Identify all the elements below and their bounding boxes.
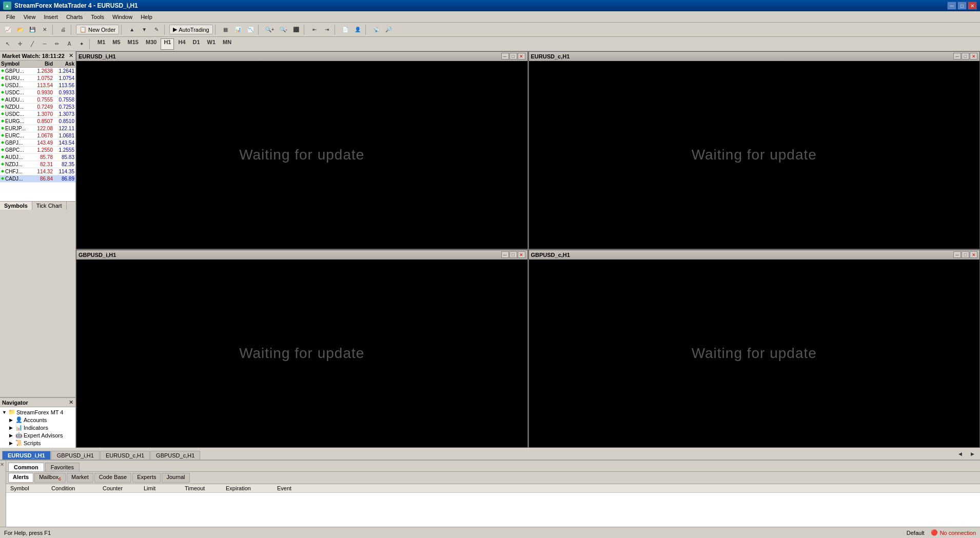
tf-m15[interactable]: M15 xyxy=(125,38,142,50)
market-watch-close-btn[interactable]: ✕ xyxy=(69,52,73,59)
chart-close-btn-4[interactable]: ✕ xyxy=(970,251,977,258)
chart-close-btn-3[interactable]: ✕ xyxy=(518,251,525,258)
chart-minimize-btn-4[interactable]: ─ xyxy=(953,251,961,258)
menu-insert[interactable]: Insert xyxy=(40,13,62,21)
list-item[interactable]: ◆USDC...0.99300.9933 xyxy=(0,89,75,96)
list-item[interactable]: ◆CHFJ...114.32114.35 xyxy=(0,168,75,175)
chart-restore-btn-1[interactable]: □ xyxy=(509,53,517,59)
menu-window[interactable]: Window xyxy=(108,13,136,21)
menu-charts[interactable]: Charts xyxy=(62,13,87,21)
menu-tools[interactable]: Tools xyxy=(87,13,108,21)
nav-item-accounts[interactable]: ▶ 👤 Accounts xyxy=(8,416,74,424)
tf-mn[interactable]: MN xyxy=(220,38,234,50)
chart-tab-gbpusd-c[interactable]: GBPUSD_c,H1 xyxy=(150,451,200,460)
chart-minimize-btn-2[interactable]: ─ xyxy=(953,53,961,59)
tf-w1[interactable]: W1 xyxy=(204,38,219,50)
chart-close-btn-2[interactable]: ✕ xyxy=(970,53,977,59)
tabs-scroll-left[interactable]: ◀ xyxy=(954,448,966,460)
tf-h1[interactable]: H1 xyxy=(161,38,174,50)
minimize-button[interactable]: ─ xyxy=(947,2,956,10)
chart-line-btn[interactable]: 📉 xyxy=(245,24,256,35)
maximize-button[interactable]: □ xyxy=(957,2,967,10)
list-item[interactable]: ◆AUDJ...85.7885.83 xyxy=(0,154,75,161)
new-chart-btn[interactable]: 📈 xyxy=(2,24,13,35)
close-button[interactable]: ✕ xyxy=(968,2,977,10)
content-tab-mailbox[interactable]: Mailbox6 xyxy=(34,473,66,483)
line-btn[interactable]: ╱ xyxy=(27,38,38,50)
list-item[interactable]: ◆NZDU...0.72490.7253 xyxy=(0,104,75,111)
tf-m30[interactable]: M30 xyxy=(143,38,160,50)
save-btn[interactable]: 💾 xyxy=(27,24,38,35)
tab-tick-chart[interactable]: Tick Chart xyxy=(32,202,67,210)
chart-minimize-btn-1[interactable]: ─ xyxy=(501,53,509,59)
chart-tab-eurusd-c[interactable]: EURUSD_c,H1 xyxy=(100,451,150,460)
terminal-x-btn[interactable]: ✕ xyxy=(0,462,4,467)
new-order-btn[interactable]: 📋 New Order xyxy=(76,25,119,34)
list-item[interactable]: ◆EURG...0.85070.8510 xyxy=(0,118,75,125)
chart-minimize-btn-3[interactable]: ─ xyxy=(501,251,509,258)
market-watch-toggle-btn[interactable]: 📡 xyxy=(370,24,382,35)
tab-symbols[interactable]: Symbols xyxy=(0,202,32,210)
zoom-out-btn[interactable]: 🔍- xyxy=(278,24,289,35)
text-btn[interactable]: A xyxy=(64,38,75,50)
draw-btn[interactable]: ✏ xyxy=(51,38,63,50)
nav-item-indicators[interactable]: ▶ 📊 Indicators xyxy=(8,424,74,431)
hline-btn[interactable]: ─ xyxy=(39,38,50,50)
open-btn[interactable]: 📂 xyxy=(14,24,26,35)
close-chart-btn[interactable]: ✕ xyxy=(39,24,50,35)
navigator-close-btn[interactable]: ✕ xyxy=(69,399,73,406)
content-tab-market[interactable]: Market xyxy=(67,473,93,483)
chart-bar-btn[interactable]: ▦ xyxy=(220,24,231,35)
chart-close-btn-1[interactable]: ✕ xyxy=(518,53,525,59)
nav-item-scripts[interactable]: ▶ 📜 Scripts xyxy=(8,439,74,447)
list-item[interactable]: ◆CADJ...86.8486.89 xyxy=(0,175,75,183)
tf-d1[interactable]: D1 xyxy=(190,38,203,50)
nav-item-root[interactable]: ▼ 📁 StreamForex MT 4 xyxy=(1,408,74,416)
print-btn[interactable]: 🖨 xyxy=(57,24,69,35)
chart-restore-btn-3[interactable]: □ xyxy=(509,251,517,258)
sell-btn[interactable]: ▼ xyxy=(139,24,150,35)
crosshair-btn[interactable]: ✛ xyxy=(14,38,26,50)
cursor-btn[interactable]: ↖ xyxy=(2,38,13,50)
content-tab-codebase[interactable]: Code Base xyxy=(94,473,131,483)
autotrading-btn[interactable]: ▶ AutoTrading xyxy=(169,25,213,34)
list-item[interactable]: ◆USDC...1.30701.3073 xyxy=(0,111,75,118)
period-sep-btn[interactable]: ⇤ xyxy=(309,24,320,35)
chart-restore-btn-4[interactable]: □ xyxy=(962,251,969,258)
zoom-in-btn[interactable]: 🔍+ xyxy=(263,24,277,35)
tf-h4[interactable]: H4 xyxy=(175,38,188,50)
content-tab-journal[interactable]: Journal xyxy=(162,473,189,483)
chart-candle-btn[interactable]: 📊 xyxy=(232,24,244,35)
search-btn[interactable]: 🔎 xyxy=(383,24,394,35)
buy-btn[interactable]: ▲ xyxy=(126,24,138,35)
list-item[interactable]: ◆EURC...1.06781.0681 xyxy=(0,132,75,140)
nav-item-expert-advisors[interactable]: ▶ 🤖 Expert Advisors xyxy=(8,431,74,439)
terminal-tab-common[interactable]: Common xyxy=(8,463,44,471)
chart-restore-btn-2[interactable]: □ xyxy=(962,53,969,59)
chart-tab-gbpusd-i[interactable]: GBPUSD_i,H1 xyxy=(51,451,100,460)
list-item[interactable]: ◆GBPC...1.25501.2555 xyxy=(0,147,75,154)
menu-file[interactable]: File xyxy=(2,13,19,21)
modify-btn[interactable]: ✎ xyxy=(151,24,162,35)
list-item[interactable]: ◆GBPU...1.26381.2641 xyxy=(0,68,75,75)
period-shift-btn[interactable]: ⇥ xyxy=(321,24,332,35)
list-item[interactable]: ◆EURU...1.07521.0754 xyxy=(0,75,75,82)
tf-m5[interactable]: M5 xyxy=(109,38,123,50)
menu-view[interactable]: View xyxy=(19,13,40,21)
terminal-tab-favorites[interactable]: Favorites xyxy=(45,463,80,471)
templates-btn[interactable]: 📄 xyxy=(340,24,351,35)
chart-tab-eurusd-i[interactable]: EURUSD_i,H1 xyxy=(2,451,51,460)
content-tab-alerts[interactable]: Alerts xyxy=(8,473,33,483)
list-item[interactable]: ◆NZDJ...82.3182.35 xyxy=(0,161,75,168)
content-tab-experts[interactable]: Experts xyxy=(132,473,161,483)
tabs-scroll-right[interactable]: ▶ xyxy=(967,448,978,460)
tf-m1[interactable]: M1 xyxy=(94,38,108,50)
chart-fit-btn[interactable]: ⬛ xyxy=(290,24,302,35)
list-item[interactable]: ◆USDJ...113.54113.56 xyxy=(0,82,75,89)
list-item[interactable]: ◆EURJP...122.08122.11 xyxy=(0,125,75,132)
menu-help[interactable]: Help xyxy=(136,13,156,21)
list-item[interactable]: ◆AUDU...0.75550.7558 xyxy=(0,96,75,104)
profiles-btn[interactable]: 👤 xyxy=(352,24,363,35)
symbol-btn[interactable]: ✦ xyxy=(76,38,87,50)
list-item[interactable]: ◆GBPJ...143.49143.54 xyxy=(0,140,75,147)
